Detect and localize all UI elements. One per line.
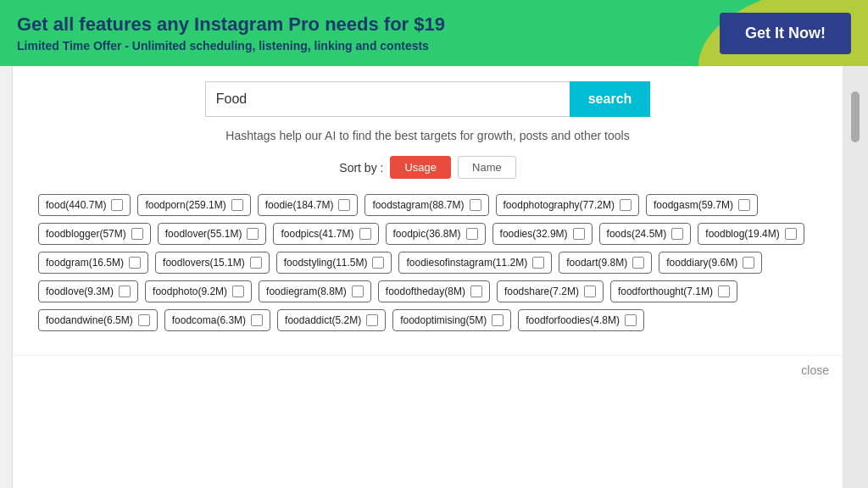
tag-label: foodart(9.8M) — [566, 257, 627, 269]
tag-checkbox[interactable] — [359, 228, 371, 240]
tag-checkbox[interactable] — [131, 228, 143, 240]
tag-label: foodphoto(9.2M) — [153, 286, 227, 297]
tag-label: foodstyling(11.5M) — [284, 257, 368, 269]
tag-label: foodshare(7.2M) — [504, 286, 579, 297]
tag-item: foodstyling(11.5M) — [276, 252, 392, 274]
tag-checkbox[interactable] — [718, 286, 730, 297]
tag-checkbox[interactable] — [338, 199, 350, 211]
tag-checkbox[interactable] — [251, 314, 263, 326]
tag-item: foodart(9.8M) — [559, 252, 652, 274]
tag-checkbox[interactable] — [632, 257, 644, 269]
tag-checkbox[interactable] — [250, 257, 262, 269]
tag-label: foodlovers(15.1M) — [163, 257, 245, 269]
tag-item: foodporn(259.1M) — [137, 194, 250, 216]
tag-checkbox[interactable] — [232, 286, 244, 297]
tag-item: foodies(32.9M) — [492, 223, 593, 245]
tag-item: fooddiary(9.6M) — [659, 252, 762, 274]
tag-label: foodgram(16.5M) — [46, 257, 124, 269]
tag-label: foodblog(19.4M) — [705, 228, 779, 240]
sort-name-button[interactable]: Name — [458, 156, 516, 179]
tag-label: foodforthought(7.1M) — [618, 286, 713, 297]
tag-checkbox[interactable] — [492, 314, 504, 326]
tag-checkbox[interactable] — [785, 228, 797, 240]
right-sidebar — [843, 66, 868, 488]
tag-item: foodblogger(57M) — [38, 223, 151, 245]
tag-checkbox[interactable] — [366, 314, 378, 326]
tag-item: foodblog(19.4M) — [698, 223, 804, 245]
banner-title: Get all features any Instagram Pro needs… — [17, 14, 720, 36]
tag-item: foodiegram(8.8M) — [259, 280, 371, 302]
modal-container: search Hashtags help our AI to find the … — [13, 66, 843, 488]
tag-checkbox[interactable] — [466, 228, 478, 240]
tag-checkbox[interactable] — [620, 199, 632, 211]
tag-item: foodshare(7.2M) — [497, 280, 604, 302]
tags-container: food(440.7M)foodporn(259.1M)foodie(184.7… — [30, 191, 826, 340]
search-input[interactable] — [205, 81, 570, 117]
tag-label: foodlover(55.1M) — [165, 228, 242, 240]
sort-label: Sort by : — [339, 161, 383, 175]
tag-checkbox[interactable] — [738, 199, 750, 211]
get-it-now-button[interactable]: Get It Now! — [720, 13, 851, 54]
tag-checkbox[interactable] — [247, 228, 259, 240]
tag-checkbox[interactable] — [671, 228, 683, 240]
tag-item: foodforthought(7.1M) — [610, 280, 737, 302]
tag-item: foodcoma(6.3M) — [164, 309, 270, 331]
tag-checkbox[interactable] — [470, 286, 482, 297]
tag-label: foodstagram(88.7M) — [372, 199, 464, 211]
tag-label: food(440.7M) — [46, 199, 106, 211]
banner: Get all features any Instagram Pro needs… — [0, 0, 868, 66]
tag-checkbox[interactable] — [372, 257, 384, 269]
tag-label: foodiegram(8.8M) — [266, 286, 347, 297]
tag-item: foodie(184.7M) — [258, 194, 359, 216]
tag-item: foodgasm(59.7M) — [646, 194, 758, 216]
tag-label: foodphotography(77.2M) — [504, 199, 615, 211]
tag-label: foodoftheday(8M) — [386, 286, 465, 297]
close-row: close — [13, 355, 843, 385]
tag-checkbox[interactable] — [532, 257, 544, 269]
tag-checkbox[interactable] — [573, 228, 585, 240]
tag-label: foodgasm(59.7M) — [654, 199, 733, 211]
tag-label: foodoptimising(5M) — [400, 314, 487, 326]
tag-checkbox[interactable] — [743, 257, 754, 269]
tag-item: foodoptimising(5M) — [392, 309, 511, 331]
banner-subtitle: Limited Time Offer - Unlimited schedulin… — [17, 39, 720, 53]
tag-label: fooddiary(9.6M) — [666, 257, 737, 269]
tag-checkbox[interactable] — [231, 199, 243, 211]
tag-item: foodandwine(6.5M) — [38, 309, 158, 331]
tag-checkbox[interactable] — [138, 314, 150, 326]
tag-label: foodpic(36.8M) — [393, 228, 461, 240]
main-wrapper: search Hashtags help our AI to find the … — [0, 66, 868, 488]
tag-checkbox[interactable] — [111, 199, 123, 211]
tag-label: foodaddict(5.2M) — [285, 314, 361, 326]
tag-checkbox[interactable] — [584, 286, 596, 297]
tag-label: foodiesofinstagram(11.2M) — [406, 257, 527, 269]
search-button[interactable]: search — [570, 81, 651, 117]
tag-checkbox[interactable] — [625, 314, 637, 326]
tag-item: foodiesofinstagram(11.2M) — [398, 252, 552, 274]
tag-item: foodpics(41.7M) — [273, 223, 378, 245]
tag-label: foods(24.5M) — [607, 228, 667, 240]
tag-item: foodstagram(88.7M) — [364, 194, 488, 216]
tag-item: foodphotography(77.2M) — [496, 194, 639, 216]
sort-row: Sort by : Usage Name — [30, 156, 826, 179]
tag-label: foodporn(259.1M) — [145, 199, 225, 211]
tag-item: foodphoto(9.2M) — [145, 280, 252, 302]
hashtag-subtitle: Hashtags help our AI to find the best ta… — [30, 129, 826, 142]
tag-label: foodforfoodies(4.8M) — [526, 314, 620, 326]
sort-usage-button[interactable]: Usage — [390, 156, 451, 179]
tag-checkbox[interactable] — [470, 199, 481, 211]
tag-label: foodblogger(57M) — [46, 228, 126, 240]
tag-label: foodie(184.7M) — [265, 199, 334, 211]
tag-item: foods(24.5M) — [599, 223, 692, 245]
tag-item: foodgram(16.5M) — [38, 252, 148, 274]
tag-item: foodlove(9.3M) — [38, 280, 138, 302]
tag-item: foodlover(55.1M) — [158, 223, 267, 245]
tag-checkbox[interactable] — [119, 286, 131, 297]
tag-checkbox[interactable] — [352, 286, 364, 297]
tag-label: foodies(32.9M) — [500, 228, 568, 240]
tag-item: food(440.7M) — [38, 194, 131, 216]
search-row: search — [30, 81, 826, 117]
close-button[interactable]: close — [801, 363, 829, 377]
scrollbar-thumb[interactable] — [851, 92, 860, 142]
tag-checkbox[interactable] — [129, 257, 141, 269]
